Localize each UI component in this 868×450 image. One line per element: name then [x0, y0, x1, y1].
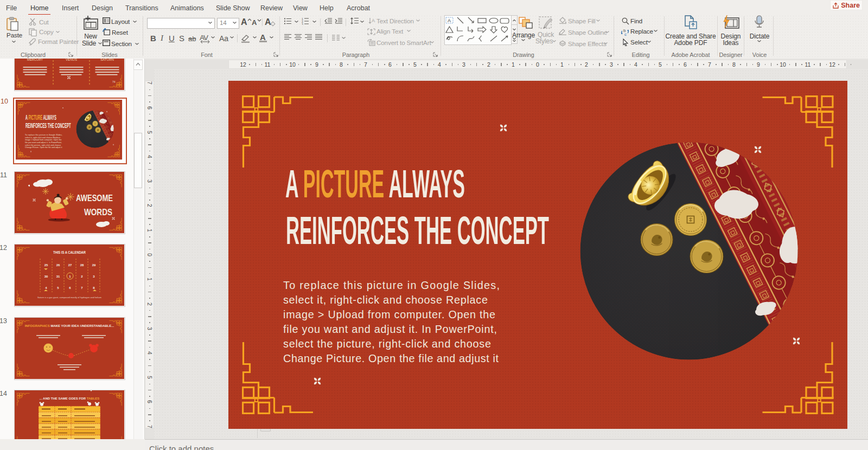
svg-text:A: A — [448, 18, 451, 23]
svg-text:c: c — [624, 32, 627, 36]
svg-text:A: A — [372, 18, 375, 23]
svg-text:3: 3 — [302, 23, 303, 25]
